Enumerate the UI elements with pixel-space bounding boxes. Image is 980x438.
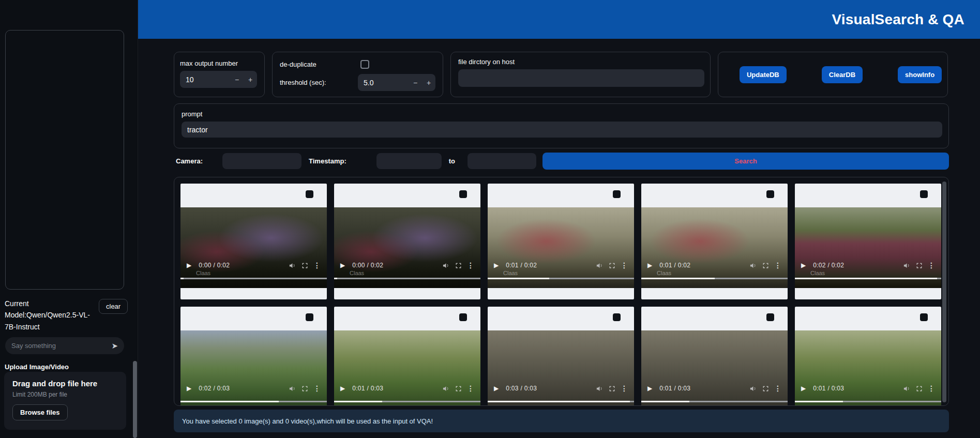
video-progress[interactable] <box>641 278 788 279</box>
show-info-button[interactable]: showInfo <box>898 66 942 83</box>
more-options-icon[interactable]: ⋮ <box>467 261 474 269</box>
update-db-button[interactable]: UpdateDB <box>740 66 787 83</box>
video-progress[interactable] <box>488 278 634 279</box>
volume-icon[interactable] <box>442 385 450 392</box>
video-player[interactable]: ▶ 0:00 / 0:02 ⋮ Claas <box>180 207 327 288</box>
clear-db-button[interactable]: ClearDB <box>822 66 863 83</box>
video-progress[interactable] <box>180 401 327 402</box>
camera-input[interactable] <box>222 153 301 169</box>
play-icon[interactable]: ▶ <box>340 385 345 392</box>
timestamp-from-input[interactable] <box>376 153 442 169</box>
video-player[interactable]: ▶ 0:03 / 0:03 ⋮ <box>488 330 634 406</box>
video-progress[interactable] <box>334 278 480 279</box>
fullscreen-icon[interactable] <box>609 262 615 269</box>
more-options-icon[interactable]: ⋮ <box>313 384 321 392</box>
decrement-icon[interactable]: − <box>230 75 244 84</box>
more-options-icon[interactable]: ⋮ <box>621 261 628 269</box>
fullscreen-icon[interactable] <box>916 385 923 392</box>
video-time: 0:01 / 0:02 <box>659 262 690 269</box>
sidebar-scrollbar[interactable] <box>133 361 137 438</box>
timestamp-to-input[interactable] <box>468 153 536 169</box>
play-icon[interactable]: ▶ <box>187 262 191 269</box>
video-progress[interactable] <box>641 401 788 402</box>
play-icon[interactable]: ▶ <box>801 262 806 269</box>
fullscreen-icon[interactable] <box>762 262 769 269</box>
file-dropzone[interactable]: Drag and drop file here Limit 200MB per … <box>4 372 126 430</box>
prompt-input[interactable] <box>182 122 942 138</box>
select-video-checkbox[interactable] <box>306 313 313 321</box>
app-root: Current Model:Qwen/Qwen2.5-VL-7B-Instruc… <box>0 0 980 438</box>
more-options-icon[interactable]: ⋮ <box>928 384 935 392</box>
select-video-checkbox[interactable] <box>613 190 621 198</box>
video-card: ▶ 0:01 / 0:03 ⋮ <box>334 307 480 406</box>
play-icon[interactable]: ▶ <box>340 262 345 269</box>
fullscreen-icon[interactable] <box>916 262 923 269</box>
select-video-checkbox[interactable] <box>459 190 467 198</box>
more-options-icon[interactable]: ⋮ <box>621 384 628 392</box>
more-options-icon[interactable]: ⋮ <box>467 384 474 392</box>
browse-files-button[interactable]: Browse files <box>12 404 68 420</box>
volume-icon[interactable] <box>289 385 296 392</box>
video-time: 0:00 / 0:02 <box>199 262 230 269</box>
play-icon[interactable]: ▶ <box>647 385 652 392</box>
fullscreen-icon[interactable] <box>609 385 615 392</box>
video-player[interactable]: ▶ 0:01 / 0:03 ⋮ <box>641 330 788 406</box>
fullscreen-icon[interactable] <box>301 262 308 269</box>
chat-input[interactable] <box>11 342 111 350</box>
fullscreen-icon[interactable] <box>455 262 462 269</box>
video-progress[interactable] <box>488 401 634 402</box>
more-options-icon[interactable]: ⋮ <box>774 384 781 392</box>
video-player[interactable]: ▶ 0:00 / 0:02 ⋮ Claas <box>334 207 480 288</box>
video-player[interactable]: ▶ 0:02 / 0:03 ⋮ <box>180 330 327 406</box>
more-options-icon[interactable]: ⋮ <box>928 261 935 269</box>
video-player[interactable]: ▶ 0:01 / 0:02 ⋮ Claas <box>641 207 788 288</box>
video-progress[interactable] <box>795 401 941 402</box>
video-progress[interactable] <box>795 278 941 279</box>
volume-icon[interactable] <box>749 385 757 392</box>
volume-icon[interactable] <box>289 262 296 269</box>
decrement-icon[interactable]: − <box>409 79 422 87</box>
video-progress[interactable] <box>334 401 480 402</box>
play-icon[interactable]: ▶ <box>647 262 652 269</box>
play-icon[interactable]: ▶ <box>494 262 499 269</box>
video-player[interactable]: ▶ 0:02 / 0:02 ⋮ Claas <box>795 207 941 288</box>
fullscreen-icon[interactable] <box>762 385 769 392</box>
select-video-checkbox[interactable] <box>766 190 774 198</box>
search-button[interactable]: Search <box>542 153 949 170</box>
video-time: 0:01 / 0:03 <box>659 385 690 392</box>
video-player[interactable]: ▶ 0:01 / 0:03 ⋮ <box>334 330 480 406</box>
play-icon[interactable]: ▶ <box>801 385 806 392</box>
fullscreen-icon[interactable] <box>455 385 462 392</box>
volume-icon[interactable] <box>596 262 604 269</box>
increment-icon[interactable]: + <box>244 75 257 84</box>
volume-icon[interactable] <box>903 262 911 269</box>
select-video-checkbox[interactable] <box>459 313 467 321</box>
select-video-checkbox[interactable] <box>920 313 928 321</box>
fullscreen-icon[interactable] <box>301 385 308 392</box>
send-icon[interactable]: ➤ <box>111 342 118 350</box>
more-options-icon[interactable]: ⋮ <box>774 261 781 269</box>
play-icon[interactable]: ▶ <box>187 385 191 392</box>
video-player[interactable]: ▶ 0:01 / 0:03 ⋮ <box>795 330 941 406</box>
file-directory-input[interactable] <box>458 69 704 87</box>
threshold-input[interactable]: 5.0 − + <box>358 74 435 91</box>
volume-icon[interactable] <box>749 262 757 269</box>
increment-icon[interactable]: + <box>422 79 435 87</box>
video-time: 0:02 / 0:03 <box>199 385 230 392</box>
volume-icon[interactable] <box>442 262 450 269</box>
volume-icon[interactable] <box>903 385 911 392</box>
more-options-icon[interactable]: ⋮ <box>313 261 321 269</box>
video-player[interactable]: ▶ 0:01 / 0:02 ⋮ Claas <box>488 207 634 288</box>
max-output-input[interactable]: 10 − + <box>180 71 257 88</box>
select-video-checkbox[interactable] <box>766 313 774 321</box>
select-video-checkbox[interactable] <box>920 190 928 198</box>
clear-chat-button[interactable]: clear <box>99 299 128 314</box>
video-time: 0:01 / 0:03 <box>813 385 844 392</box>
volume-icon[interactable] <box>596 385 604 392</box>
select-video-checkbox[interactable] <box>613 313 621 321</box>
dedup-checkbox[interactable] <box>360 60 369 69</box>
select-video-checkbox[interactable] <box>306 190 313 198</box>
play-icon[interactable]: ▶ <box>494 385 499 392</box>
video-progress[interactable] <box>180 278 327 279</box>
results-scrollbar[interactable] <box>942 182 946 402</box>
